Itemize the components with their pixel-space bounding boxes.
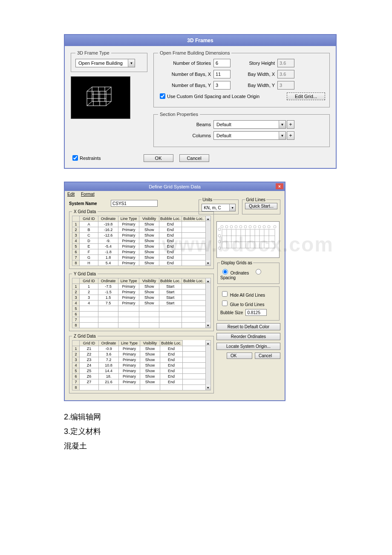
grid-cancel-button[interactable]: Cancel [255, 353, 280, 359]
svg-point-32 [254, 225, 256, 228]
z-scrollbar[interactable]: ▲▼ [205, 340, 211, 390]
legend-dimensions: Open Frame Building Dimensions [158, 50, 231, 55]
group-x-grid: X Grid Data Grid IDOrdinateLine TypeVisi… [69, 209, 214, 269]
y-grid-table[interactable]: Grid IDOrdinateLine TypeVisibilityBubble… [72, 278, 206, 328]
label-bay-width-x: Bay Width, X [243, 72, 277, 77]
frame-preview [71, 76, 130, 119]
svg-point-37 [218, 228, 221, 231]
chevron-down-icon: ▼ [279, 121, 285, 128]
input-num-stories[interactable] [213, 59, 231, 67]
group-section-properties: Section Properties Beams Default ▼ + Col… [153, 112, 330, 147]
svg-point-33 [258, 225, 261, 228]
beams-value: Default [214, 122, 279, 127]
label-bays-x: Number of Bays, X [158, 72, 213, 77]
x-grid-table[interactable]: Grid IDOrdinateLine TypeVisibilityBubble… [72, 216, 206, 266]
group-display-grids: Display Grids as Ordinates Spacing [217, 260, 280, 284]
svg-point-34 [263, 225, 265, 228]
svg-point-40 [218, 247, 221, 249]
chevron-down-icon: ▼ [128, 59, 135, 67]
locate-origin-button[interactable]: Locate System Origin... [216, 343, 280, 350]
reset-color-button[interactable]: Reset to Default Color [216, 323, 280, 330]
svg-line-4 [87, 101, 92, 106]
svg-point-39 [218, 240, 221, 243]
group-3d-frame-type: 3D Frame Type Open Frame Building ▼ [71, 50, 147, 72]
checkbox-use-custom-grid[interactable] [160, 93, 165, 99]
label-story-height: Story Height [243, 61, 277, 66]
svg-line-3 [106, 87, 111, 91]
input-story-height[interactable] [277, 59, 294, 67]
body-text: 2.编辑轴网 3.定义材料 混凝土 [64, 410, 328, 454]
svg-point-35 [268, 225, 270, 228]
x-scrollbar[interactable]: ▲▼ [205, 216, 211, 266]
checkbox-glue[interactable] [222, 301, 228, 306]
input-bay-width-x[interactable] [277, 70, 294, 78]
quick-start-button[interactable]: Quick Start... [245, 203, 277, 209]
dialog-define-grid-title: Define Grid System Data × [65, 182, 285, 191]
radio-spacing[interactable] [256, 269, 261, 275]
input-bay-width-y[interactable] [277, 81, 294, 90]
group-y-grid: Y Grid Data Grid IDOrdinateLine TypeVisi… [69, 272, 214, 331]
input-system-name[interactable] [111, 200, 158, 207]
svg-line-2 [87, 87, 92, 91]
group-z-grid: Z Grid Data Grid IDOrdinateLine TypeVisi… [69, 334, 214, 393]
columns-dropdown[interactable]: Default ▼ [213, 131, 286, 140]
input-bays-x[interactable] [213, 70, 231, 78]
label-columns: Columns [158, 133, 213, 138]
beams-dropdown[interactable]: Default ▼ [213, 120, 286, 129]
close-icon[interactable]: × [276, 183, 283, 189]
input-bays-y[interactable] [213, 81, 231, 90]
columns-value: Default [214, 133, 279, 138]
group-units: Units KN, m, C ▼ [199, 197, 239, 214]
edit-grid-button[interactable]: Edit Grid... [287, 92, 325, 100]
svg-point-38 [218, 234, 221, 237]
menu-edit[interactable]: Edit [67, 192, 75, 197]
label-beams: Beams [158, 122, 213, 127]
svg-point-36 [274, 225, 276, 228]
label-system-name: System Name [69, 201, 107, 206]
frame-type-value: Open Frame Building [76, 61, 128, 66]
svg-point-30 [244, 225, 247, 228]
svg-point-25 [221, 225, 223, 228]
svg-rect-12 [222, 229, 275, 248]
group-gridlines: Grid Lines Quick Start... [242, 197, 280, 214]
cancel-button[interactable]: Cancel [179, 154, 209, 162]
svg-point-31 [249, 225, 251, 228]
radio-ordinates[interactable] [222, 269, 228, 275]
svg-point-29 [239, 225, 242, 228]
menubar: Edit Format [65, 191, 285, 197]
svg-point-27 [230, 225, 233, 228]
chevron-down-icon: ▼ [279, 132, 285, 139]
label-num-stories: Number of Stories [158, 61, 213, 66]
reorder-button[interactable]: Reorder Ordinates [216, 333, 280, 340]
frame-type-dropdown[interactable]: Open Frame Building ▼ [75, 59, 135, 67]
svg-point-28 [235, 225, 237, 228]
group-grid-options: Hide All Grid Lines Glue to Grid Lines B… [217, 286, 280, 321]
chevron-down-icon: ▼ [229, 204, 235, 211]
dialog-define-grid: Define Grid System Data × Edit Format Un… [64, 182, 285, 401]
z-grid-table[interactable]: Grid IDOrdinateLine TypeVisibilityBubble… [72, 340, 206, 390]
svg-point-26 [225, 225, 228, 228]
group-dimensions: Open Frame Building Dimensions Number of… [153, 50, 330, 107]
menu-format[interactable]: Format [81, 192, 95, 197]
label-bay-width-y: Bay Width, Y [243, 83, 277, 88]
label-use-custom-grid: Use Custom Grid Spacing and Locate Origi… [167, 94, 259, 99]
input-bubble-size[interactable] [245, 309, 267, 316]
add-beam-button[interactable]: + [287, 120, 294, 129]
grid-preview [216, 221, 280, 258]
label-restraints: Restraints [80, 156, 101, 161]
grid-ok-button[interactable]: OK [227, 353, 252, 359]
legend-section-properties: Section Properties [158, 112, 200, 117]
svg-line-5 [106, 101, 111, 106]
ok-button[interactable]: OK [144, 154, 173, 162]
y-scrollbar[interactable]: ▲▼ [205, 278, 211, 328]
dialog-3d-frames-title: 3D Frames [65, 35, 336, 46]
units-dropdown[interactable]: KN, m, C ▼ [202, 204, 236, 211]
add-column-button[interactable]: + [287, 131, 294, 140]
label-bubble-size: Bubble Size [220, 310, 243, 315]
checkbox-restraints[interactable] [72, 155, 78, 161]
label-bays-y: Number of Bays, Y [158, 83, 213, 88]
dialog-3d-frames: 3D Frames 3D Frame Type Open Frame Build… [64, 34, 337, 169]
checkbox-hide-all[interactable] [222, 291, 228, 297]
legend-3d-frame-type: 3D Frame Type [75, 50, 111, 55]
